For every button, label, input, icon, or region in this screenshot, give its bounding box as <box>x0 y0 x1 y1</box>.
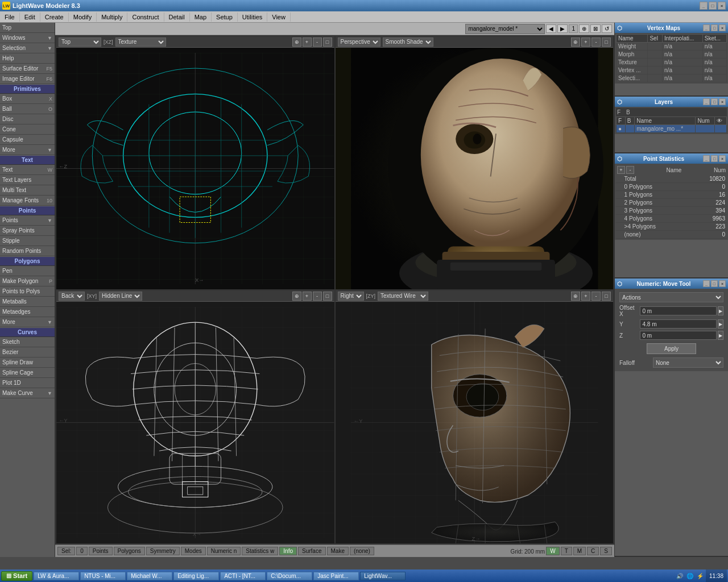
point-stats-add-btn[interactable]: + <box>617 166 625 174</box>
viewport-bl-mode-select[interactable]: Hidden LineWireframeTexture <box>99 292 142 301</box>
viewport-br-fit-btn[interactable]: ⊕ <box>571 292 580 301</box>
viewport-tr-zoom-btn[interactable]: + <box>581 38 590 47</box>
layers-row-1[interactable]: ● mangalore_mo ...* <box>617 125 727 133</box>
vertex-maps-close-btn[interactable]: × <box>719 24 726 31</box>
viewport-br-zoom-btn[interactable]: + <box>581 292 590 301</box>
viewport-tl-zoom-out-btn[interactable]: - <box>313 38 322 47</box>
point-stats-min-btn[interactable]: _ <box>703 155 710 162</box>
numeric-max-btn[interactable]: □ <box>711 280 718 287</box>
status-polygons-btn[interactable]: Polygons <box>114 547 145 555</box>
sidebar-manage-fonts[interactable]: Manage Fonts10 <box>0 196 55 206</box>
sidebar-metaballs[interactable]: Metaballs <box>0 297 55 307</box>
viewport-bl-canvas[interactable]: ←Y X→ <box>56 302 334 543</box>
viewport-bl-zoom-btn[interactable]: + <box>303 292 312 301</box>
viewport-tr-zout-btn[interactable]: - <box>592 38 601 47</box>
taskbar-item-editing[interactable]: Editing Lig... <box>173 572 219 580</box>
sidebar-image-editor[interactable]: Image EditorF6 <box>0 74 55 84</box>
taskbar-item-jasc[interactable]: Jasc Paint... <box>313 572 359 580</box>
vertex-maps-controls[interactable]: _ □ × <box>703 24 726 31</box>
menu-modify[interactable]: Modify <box>69 13 97 22</box>
viewport-br-mode-select[interactable]: Textured WireWireframeSmooth Shade <box>378 292 428 301</box>
sidebar-spline-cage[interactable]: Spline Cage <box>0 368 55 378</box>
sidebar-surface-editor[interactable]: Surface EditorF5 <box>0 64 55 74</box>
sidebar-disc[interactable]: Disc <box>0 114 55 124</box>
taskbar-item-cdocum[interactable]: C:\Docum... <box>267 572 312 580</box>
point-stats-sub-btn[interactable]: - <box>626 166 634 174</box>
sidebar-metaedges[interactable]: Metaedges <box>0 307 55 317</box>
taskbar-item-ntus[interactable]: NTUS - Mi... <box>80 572 126 580</box>
numeric-y-input[interactable] <box>640 319 717 329</box>
viewport-tl-view-select[interactable]: TopFrontBackRightLeftPerspective <box>59 38 101 47</box>
menu-construct[interactable]: Construct <box>127 13 164 22</box>
viewport-top-right[interactable]: PerspectiveTopFront Smooth ShadeWirefram… <box>336 36 614 289</box>
numeric-offset-x-arrow[interactable]: ▶ <box>718 306 723 315</box>
menu-utilities[interactable]: Utilities <box>238 13 267 22</box>
taskbar-item-michael[interactable]: Michael W... <box>127 572 172 580</box>
numeric-close-btn[interactable]: × <box>719 280 726 287</box>
layers-close-btn[interactable]: × <box>719 98 726 105</box>
status-make-btn[interactable]: Make <box>327 547 349 555</box>
sidebar-box[interactable]: BoxX <box>0 94 55 104</box>
viewport-tl-fit-btn[interactable]: ⊕ <box>292 38 301 47</box>
model-selector[interactable]: mangalore_model * <box>465 24 545 34</box>
viewport-bl-view-select[interactable]: BackTopFrontRight <box>59 292 85 301</box>
status-s-btn[interactable]: S <box>600 547 612 555</box>
viewport-top-left[interactable]: TopFrontBackRightLeftPerspective [XZ] Te… <box>56 36 334 289</box>
numeric-controls[interactable]: _ □ × <box>703 280 726 287</box>
viewport-tr-canvas[interactable] <box>336 48 614 289</box>
sidebar-points[interactable]: Points▼ <box>0 215 55 226</box>
viewport-br-canvas[interactable]: ←Y Z→ <box>336 302 614 543</box>
sidebar-make-curve[interactable]: Make Curve▼ <box>0 388 55 398</box>
sidebar-sketch[interactable]: Sketch <box>0 337 55 347</box>
numeric-y-arrow[interactable]: ▶ <box>718 319 723 329</box>
sidebar-pen[interactable]: Pen <box>0 266 55 276</box>
vertex-maps-max-btn[interactable]: □ <box>711 24 718 31</box>
viewport-bottom-right[interactable]: RightTopFrontBack [ZY] Textured WireWire… <box>336 290 614 543</box>
sidebar-more-primitives[interactable]: More▼ <box>0 145 55 155</box>
numeric-apply-btn[interactable]: Apply <box>647 343 696 354</box>
numeric-min-btn[interactable]: _ <box>703 280 710 287</box>
sidebar-cone[interactable]: Cone <box>0 124 55 135</box>
viewport-tl-canvas[interactable]: ←Z X→ <box>56 48 334 289</box>
sidebar-text[interactable]: TextW <box>0 165 55 175</box>
vtable-row-texture[interactable]: Texturen/an/a <box>617 59 727 66</box>
menu-detail[interactable]: Detail <box>164 13 190 22</box>
status-numeric-btn[interactable]: Numeric n <box>207 547 241 555</box>
menu-file[interactable]: File <box>0 13 20 22</box>
sidebar-stipple[interactable]: Stipple <box>0 236 55 246</box>
sidebar-capsule[interactable]: Capsule <box>0 135 55 145</box>
point-stats-controls[interactable]: _ □ × <box>703 155 726 162</box>
layers-max-btn[interactable]: □ <box>711 98 718 105</box>
taskbar-item-acti[interactable]: ACTI - [NT... <box>220 572 266 580</box>
viewport-tl-mode-select[interactable]: TextureWireframeHidden LineSmooth Shade <box>115 38 166 47</box>
sidebar-help[interactable]: Help <box>0 53 55 64</box>
point-stats-close-btn[interactable]: × <box>719 155 726 162</box>
menu-map[interactable]: Map <box>190 13 212 22</box>
vtable-row-selecti[interactable]: Selecti...n/an/a <box>617 74 727 82</box>
viewport-br-view-select[interactable]: RightTopFrontBack <box>338 292 364 301</box>
status-statistics-btn[interactable]: Statistics w <box>242 547 278 555</box>
status-info-btn[interactable]: Info <box>279 547 297 555</box>
vtable-row-vertex[interactable]: Vertex ...n/an/a <box>617 66 727 74</box>
viewport-br-zout-btn[interactable]: - <box>592 292 601 301</box>
toolbar-move-btn[interactable]: ⊕ <box>579 24 589 33</box>
sidebar-windows[interactable]: Windows▼ <box>0 33 55 43</box>
sidebar-points-to-polys[interactable]: Points to Polys <box>0 286 55 297</box>
viewport-tr-mode-select[interactable]: Smooth ShadeWireframeTexture <box>383 38 433 47</box>
numeric-offset-x-input[interactable] <box>640 306 717 315</box>
sidebar-spline-draw[interactable]: Spline Draw <box>0 357 55 368</box>
numeric-z-arrow[interactable]: ▶ <box>718 331 723 340</box>
status-w-btn[interactable]: W <box>546 547 559 555</box>
layers-min-btn[interactable]: _ <box>703 98 710 105</box>
toolbar-rot-btn[interactable]: ↺ <box>602 24 612 33</box>
sidebar-bezier[interactable]: Bezier <box>0 347 55 357</box>
viewport-bl-zout-btn[interactable]: - <box>313 292 322 301</box>
start-button[interactable]: ⊞ Start <box>1 571 32 581</box>
viewport-tl-max-btn[interactable]: □ <box>323 38 332 47</box>
menu-create[interactable]: Create <box>40 13 69 22</box>
status-m-btn[interactable]: M <box>573 547 586 555</box>
sidebar-plot-1d[interactable]: Plot 1D <box>0 378 55 388</box>
viewport-br-max-btn[interactable]: □ <box>602 292 611 301</box>
viewport-bl-fit-btn[interactable]: ⊕ <box>292 292 301 301</box>
viewport-tr-view-select[interactable]: PerspectiveTopFront <box>338 38 380 47</box>
